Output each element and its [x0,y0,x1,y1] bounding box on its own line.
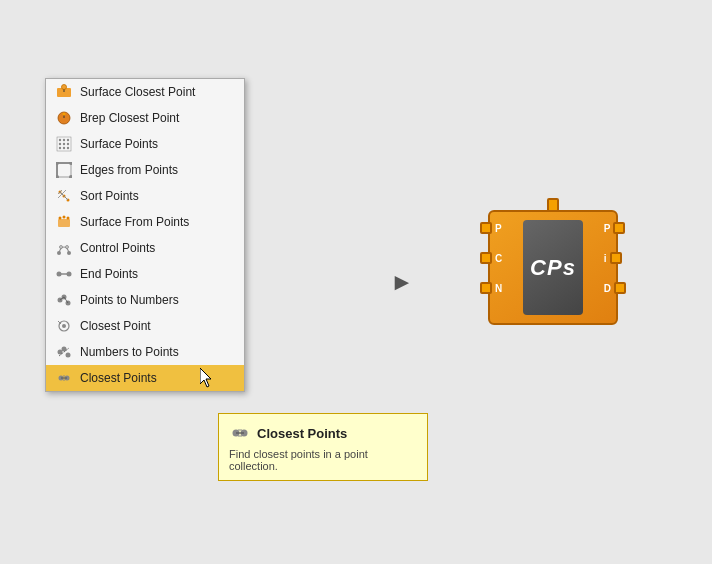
sort-points-icon [54,186,74,206]
menu-label: Surface Points [80,137,158,151]
menu-label: Control Points [80,241,155,255]
svg-point-22 [69,175,72,178]
port-label-C-left: C [495,253,502,264]
closest-points-icon [54,368,74,388]
svg-point-1 [62,85,67,90]
closest-point-icon [54,316,74,336]
tooltip-title: Closest Points [257,426,347,441]
numbers-to-points-icon [54,342,74,362]
component-center: CPs [523,220,583,315]
svg-point-19 [56,162,59,165]
svg-line-27 [64,196,68,200]
end-points-icon [54,264,74,284]
control-points-icon [54,238,74,258]
svg-point-45 [62,324,66,328]
context-menu: Surface Closest Point Brep Closest Point [45,78,245,392]
port-C-left[interactable] [480,252,492,264]
arrow-indicator: ► [390,268,414,296]
port-label-N-left: N [495,283,502,294]
menu-label: Sort Points [80,189,139,203]
menu-label: Surface Closest Point [80,85,195,99]
port-row-C-left: C [480,252,502,264]
port-P-right[interactable] [613,222,625,234]
menu-label: Surface From Points [80,215,189,229]
top-pin [547,198,559,212]
menu-item-numbers-to-points[interactable]: Numbers to Points [46,339,244,365]
menu-item-sort-points[interactable]: Sort Points [46,183,244,209]
tooltip-icon [229,422,251,444]
svg-point-31 [67,217,70,220]
port-i-right[interactable] [610,252,622,264]
svg-point-11 [63,143,65,145]
svg-point-29 [59,217,62,220]
svg-point-14 [63,147,65,149]
menu-item-brep-closest-point[interactable]: Brep Closest Point [46,105,244,131]
svg-point-15 [67,147,69,149]
brep-closest-point-icon [54,108,74,128]
menu-label: Points to Numbers [80,293,179,307]
svg-point-34 [60,246,63,249]
port-label-P-left: P [495,223,502,234]
left-ports: P C N [480,222,502,294]
port-row-P-right: P [604,222,626,234]
tooltip-header: Closest Points [229,422,417,444]
svg-point-8 [63,139,65,141]
svg-marker-61 [200,368,211,387]
menu-item-surface-points[interactable]: Surface Points [46,131,244,157]
svg-point-48 [62,347,67,352]
svg-rect-16 [57,163,71,177]
points-to-numbers-icon [54,290,74,310]
surface-closest-point-icon [54,82,74,102]
menu-item-closest-points[interactable]: Closest Points [46,365,244,391]
port-P-left[interactable] [480,222,492,234]
svg-point-33 [67,251,71,255]
surface-from-points-icon [54,212,74,232]
menu-item-edges-from-points[interactable]: Edges from Points [46,157,244,183]
component-label: CPs [530,255,576,281]
port-label-P-right: P [604,223,611,234]
svg-point-30 [63,216,66,219]
menu-label: Closest Points [80,371,157,385]
svg-point-49 [66,353,71,358]
surface-points-icon [54,134,74,154]
menu-item-closest-point[interactable]: Closest Point [46,313,244,339]
menu-label: Numbers to Points [80,345,179,359]
port-label-i-right: i [604,253,607,264]
svg-point-21 [56,175,59,178]
menu-item-points-to-numbers[interactable]: Points to Numbers [46,287,244,313]
menu-label: Edges from Points [80,163,178,177]
port-row-P-left: P [480,222,502,234]
menu-item-surface-closest-point[interactable]: Surface Closest Point [46,79,244,105]
svg-point-38 [67,272,72,277]
component-outer: P C N CPs P i D [488,210,618,325]
menu-label: Closest Point [80,319,151,333]
port-label-D-right: D [604,283,611,294]
port-D-right[interactable] [614,282,626,294]
right-ports: P i D [604,222,626,294]
edges-from-points-icon [54,160,74,180]
mouse-cursor [200,368,214,388]
svg-point-12 [67,143,69,145]
menu-item-end-points[interactable]: End Points [46,261,244,287]
svg-point-10 [59,143,61,145]
menu-label: Brep Closest Point [80,111,179,125]
svg-point-20 [69,162,72,165]
svg-point-4 [63,113,66,116]
svg-point-37 [57,272,62,277]
menu-item-surface-from-points[interactable]: Surface From Points [46,209,244,235]
svg-point-9 [67,139,69,141]
component-node[interactable]: P C N CPs P i D [488,210,618,325]
port-row-i-right: i [604,252,626,264]
svg-point-35 [66,246,69,249]
tooltip-description: Find closest points in a point collectio… [229,448,417,472]
svg-point-7 [59,139,61,141]
menu-item-control-points[interactable]: Control Points [46,235,244,261]
svg-point-32 [57,251,61,255]
port-row-N-left: N [480,282,502,294]
svg-rect-28 [58,219,70,227]
port-row-D-right: D [604,282,626,294]
port-N-left[interactable] [480,282,492,294]
menu-label: End Points [80,267,138,281]
svg-point-13 [59,147,61,149]
tooltip-panel: Closest Points Find closest points in a … [218,413,428,481]
